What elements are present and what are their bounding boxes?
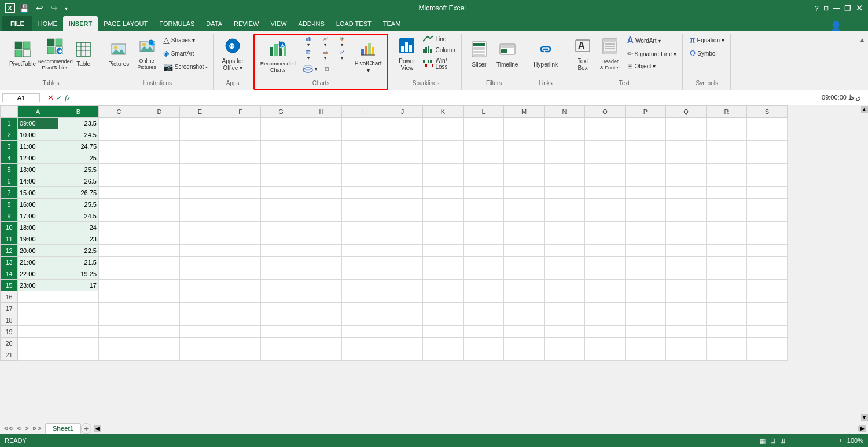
cell-a13[interactable]: 21:00 (18, 257, 58, 268)
cell-empty[interactable] (707, 326, 747, 338)
cell-empty[interactable] (464, 210, 504, 222)
cell-empty[interactable] (585, 268, 626, 280)
cell-empty[interactable] (423, 280, 464, 291)
cell-empty[interactable] (707, 222, 747, 233)
cell-empty[interactable] (464, 291, 504, 303)
cell-empty[interactable] (180, 118, 220, 129)
cell-empty[interactable] (707, 303, 747, 314)
cell-empty[interactable] (301, 326, 342, 338)
equation-button[interactable]: π Equation ▾ (687, 34, 727, 46)
tab-review[interactable]: REVIEW (228, 16, 264, 31)
row-header-8[interactable]: 8 (1, 199, 18, 210)
cell-empty[interactable] (585, 245, 626, 257)
cell-reference-box[interactable] (2, 93, 40, 102)
sheet-area[interactable]: A B C D E F G H I J K L M N O (0, 105, 860, 422)
cell-empty[interactable] (423, 199, 464, 210)
cell-empty[interactable] (180, 280, 220, 291)
cell-empty[interactable] (382, 268, 423, 280)
cell-empty[interactable] (545, 129, 585, 141)
cell-empty[interactable] (545, 233, 585, 245)
smartart-button[interactable]: ◈ SmartArt (161, 47, 210, 60)
cell-empty[interactable] (301, 280, 342, 291)
cell-empty[interactable] (382, 303, 423, 314)
cell-empty[interactable] (585, 326, 626, 338)
cell-empty[interactable] (342, 222, 382, 233)
cell-empty[interactable] (666, 210, 707, 222)
cell-empty[interactable] (585, 199, 626, 210)
cell-empty[interactable] (18, 349, 58, 361)
cell-empty[interactable] (707, 291, 747, 303)
cell-empty[interactable] (707, 314, 747, 326)
cell-empty[interactable] (707, 199, 747, 210)
cell-empty[interactable] (666, 118, 707, 129)
cell-empty[interactable] (626, 257, 666, 268)
tab-file[interactable]: FILE (2, 16, 32, 31)
cell-empty[interactable] (99, 338, 139, 349)
cell-empty[interactable] (423, 233, 464, 245)
cell-empty[interactable] (707, 210, 747, 222)
cell-empty[interactable] (301, 303, 342, 314)
cell-empty[interactable] (139, 164, 180, 175)
power-view-button[interactable]: PowerView (394, 34, 420, 75)
cell-empty[interactable] (301, 187, 342, 199)
cell-empty[interactable] (464, 338, 504, 349)
cell-empty[interactable] (99, 291, 139, 303)
cell-empty[interactable] (464, 141, 504, 152)
cell-empty[interactable] (423, 338, 464, 349)
cell-empty[interactable] (626, 268, 666, 280)
cell-empty[interactable] (585, 141, 626, 152)
cell-empty[interactable] (626, 199, 666, 210)
cell-empty[interactable] (585, 303, 626, 314)
cell-empty[interactable] (261, 164, 301, 175)
cell-empty[interactable] (545, 164, 585, 175)
col-header-q[interactable]: Q (666, 106, 707, 118)
minimize-button[interactable]: ─ (833, 3, 840, 13)
cell-empty[interactable] (99, 268, 139, 280)
cell-empty[interactable] (99, 314, 139, 326)
cell-empty[interactable] (545, 175, 585, 187)
cell-empty[interactable] (585, 210, 626, 222)
cell-empty[interactable] (99, 326, 139, 338)
cell-empty[interactable] (504, 245, 545, 257)
cell-empty[interactable] (139, 233, 180, 245)
cell-empty[interactable] (464, 349, 504, 361)
cell-empty[interactable] (626, 338, 666, 349)
cell-empty[interactable] (261, 187, 301, 199)
recommended-pivot-button[interactable]: ★ RecommendedPivotTables (41, 34, 69, 75)
cell-empty[interactable] (666, 152, 707, 164)
cell-empty[interactable] (261, 233, 301, 245)
cell-empty[interactable] (747, 118, 788, 129)
cell-empty[interactable] (666, 303, 707, 314)
cell-empty[interactable] (707, 152, 747, 164)
col-header-a[interactable]: A (18, 106, 58, 118)
cell-empty[interactable] (504, 199, 545, 210)
header-footer-button[interactable]: Header& Footer (597, 34, 624, 75)
cell-empty[interactable] (504, 152, 545, 164)
horizontal-scrollbar[interactable]: ◀ ▶ (94, 425, 866, 432)
tab-view[interactable]: VIEW (264, 16, 292, 31)
cell-empty[interactable] (747, 326, 788, 338)
cell-empty[interactable] (220, 245, 261, 257)
cell-empty[interactable] (139, 291, 180, 303)
cell-empty[interactable] (301, 175, 342, 187)
cell-empty[interactable] (382, 141, 423, 152)
cell-empty[interactable] (423, 257, 464, 268)
cell-empty[interactable] (180, 245, 220, 257)
pictures-button[interactable]: Pictures (105, 34, 133, 75)
cell-empty[interactable] (261, 199, 301, 210)
cell-empty[interactable] (220, 118, 261, 129)
cell-empty[interactable] (504, 326, 545, 338)
cell-empty[interactable] (342, 199, 382, 210)
cell-empty[interactable] (585, 118, 626, 129)
cell-empty[interactable] (342, 326, 382, 338)
cell-empty[interactable] (666, 314, 707, 326)
row-header-11[interactable]: 11 (1, 233, 18, 245)
cell-b1[interactable]: 23.5 (58, 118, 99, 129)
row-header-3[interactable]: 3 (1, 141, 18, 152)
cell-empty[interactable] (666, 268, 707, 280)
cell-empty[interactable] (382, 257, 423, 268)
cell-empty[interactable] (585, 291, 626, 303)
cell-empty[interactable] (666, 187, 707, 199)
cell-empty[interactable] (464, 118, 504, 129)
cell-empty[interactable] (342, 314, 382, 326)
